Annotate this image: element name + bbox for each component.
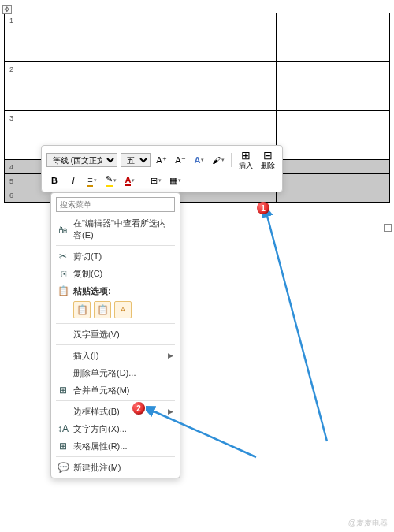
cell: 6 bbox=[9, 192, 13, 199]
menu-copy[interactable]: ⎘复制(C) bbox=[51, 265, 180, 282]
chevron-right-icon: ▶ bbox=[168, 407, 173, 415]
menu-merge-cells[interactable]: ⊞合并单元格(M) bbox=[51, 381, 180, 399]
cell: 1 bbox=[9, 17, 13, 24]
table-properties-icon: ⊞ bbox=[56, 441, 70, 452]
cell[interactable] bbox=[162, 13, 276, 62]
font-style-button[interactable]: A▾ bbox=[191, 152, 207, 168]
grow-font-button[interactable]: A⁺ bbox=[154, 152, 169, 168]
shrink-font-button[interactable]: A⁻ bbox=[173, 152, 188, 168]
menu-table-properties[interactable]: ⊞表格属性(R)... bbox=[51, 437, 180, 455]
callout-1: 1 bbox=[257, 202, 269, 214]
cell: 4 bbox=[9, 163, 13, 171]
insert-split-button[interactable]: ⊞插入 bbox=[236, 149, 255, 171]
cell[interactable] bbox=[276, 111, 389, 160]
borders-button[interactable]: ⊞▾ bbox=[148, 173, 164, 188]
cell[interactable] bbox=[276, 62, 389, 111]
bold-button[interactable]: B bbox=[46, 173, 62, 188]
table-resize-handle[interactable] bbox=[384, 224, 392, 232]
watermark: @麦麦电器 bbox=[348, 518, 388, 529]
align-button[interactable]: ▦▾ bbox=[167, 173, 183, 188]
mini-toolbar: 等线 (西文正文) 五号 A⁺ A⁻ A▾ 🖌▾ ⊞插入 ⊟删除 B I ≡▾ … bbox=[41, 145, 283, 192]
underline-button[interactable]: ≡▾ bbox=[84, 173, 100, 188]
menu-ime-reconvert[interactable]: 汉字重选(V) bbox=[51, 326, 180, 343]
comment-icon: 💬 bbox=[56, 462, 70, 473]
chevron-right-icon: ▶ bbox=[168, 352, 173, 359]
table-row[interactable]: 1 bbox=[5, 13, 390, 62]
separator bbox=[56, 456, 175, 457]
merge-icon: ⊞ bbox=[56, 385, 70, 396]
cell[interactable] bbox=[162, 62, 276, 111]
highlight-button[interactable]: ✎▾ bbox=[103, 173, 119, 188]
separator bbox=[56, 323, 175, 324]
cut-icon: ✂ bbox=[56, 251, 70, 262]
cell[interactable] bbox=[276, 188, 389, 203]
cell[interactable] bbox=[276, 160, 389, 174]
menu-border-style[interactable]: 边框样式(B)▶ bbox=[51, 403, 180, 420]
font-color-button[interactable]: A▾ bbox=[122, 173, 138, 188]
menu-text-direction[interactable]: ↕A文字方向(X)... bbox=[51, 420, 180, 437]
callout-2: 2 bbox=[132, 402, 145, 415]
separator bbox=[143, 173, 143, 188]
cell[interactable] bbox=[276, 13, 389, 62]
menu-lookup[interactable]: 🗛在"编辑器"中查看所选内容(E) bbox=[51, 215, 180, 244]
context-menu: 🗛在"编辑器"中查看所选内容(E) ✂剪切(T) ⎘复制(C) 📋粘贴选项: 📋… bbox=[50, 192, 180, 478]
cell: 2 bbox=[9, 65, 13, 73]
italic-button[interactable]: I bbox=[65, 173, 81, 188]
delete-split-button[interactable]: ⊟删除 bbox=[258, 149, 277, 171]
menu-cut[interactable]: ✂剪切(T) bbox=[51, 247, 180, 265]
separator bbox=[56, 245, 175, 246]
separator bbox=[56, 344, 175, 345]
lookup-icon: 🗛 bbox=[56, 224, 70, 235]
separator bbox=[56, 400, 175, 401]
text-direction-icon: ↕A bbox=[56, 423, 70, 434]
cell: 5 bbox=[9, 177, 13, 185]
paste-text-button[interactable]: A bbox=[114, 301, 132, 318]
menu-new-comment[interactable]: 💬新建批注(M) bbox=[51, 459, 180, 476]
format-painter-button[interactable]: 🖌▾ bbox=[210, 152, 226, 168]
table-move-handle[interactable]: ✥ bbox=[2, 5, 12, 14]
menu-paste-options: 📋粘贴选项: bbox=[51, 282, 180, 299]
copy-icon: ⎘ bbox=[56, 268, 70, 279]
separator bbox=[231, 153, 232, 167]
menu-delete-cells[interactable]: 删除单元格(D)... bbox=[51, 364, 180, 381]
paste-merge-button[interactable]: 📋 bbox=[94, 301, 111, 318]
table-row[interactable]: 2 bbox=[5, 62, 390, 111]
font-name-select[interactable]: 等线 (西文正文) bbox=[46, 153, 117, 167]
menu-insert[interactable]: 插入(I)▶ bbox=[51, 347, 180, 364]
paste-keep-source-button[interactable]: 📋 bbox=[73, 301, 91, 318]
font-size-select[interactable]: 五号 bbox=[121, 153, 151, 167]
menu-search-input[interactable] bbox=[56, 197, 175, 212]
cell: 3 bbox=[9, 114, 13, 122]
cell[interactable] bbox=[276, 174, 389, 188]
paste-icon: 📋 bbox=[56, 285, 70, 296]
